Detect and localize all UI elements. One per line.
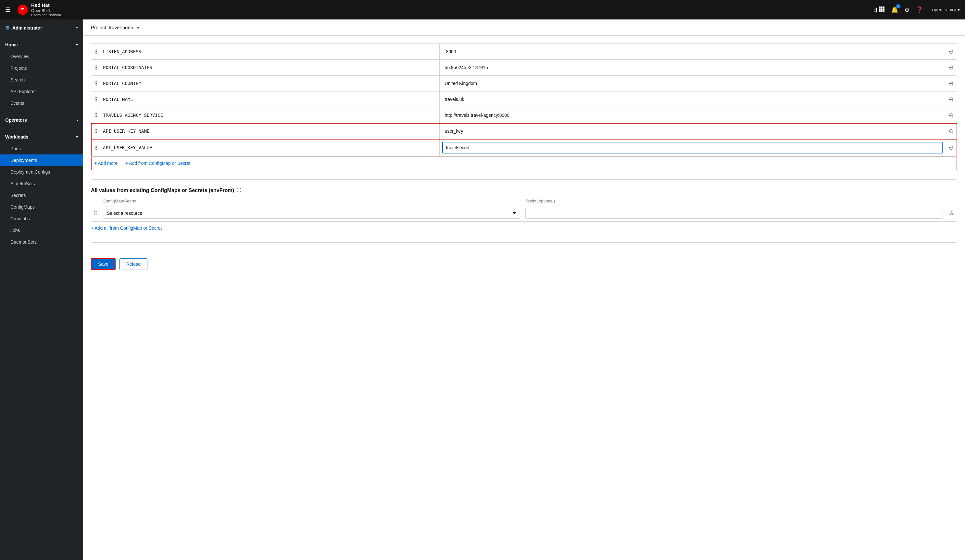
sidebar-section-workloads: Workloads ▾ Pods Deployments DeploymentC… [0, 129, 83, 250]
action-buttons-row: Save Reload [91, 250, 957, 270]
env-value-api-user-key-name: user_key [440, 123, 945, 139]
sidebar-group-operators[interactable]: Operators › [0, 114, 83, 126]
drag-handle-portal-coordinates[interactable] [91, 60, 100, 75]
sidebar-item-projects[interactable]: Projects [0, 62, 83, 74]
drag-handle-listen-address[interactable] [91, 44, 100, 59]
add-more-button[interactable]: + Add more [94, 161, 118, 166]
add-more-row: + Add more + Add from ConfigMap or Secre… [91, 157, 957, 170]
env-row-api-user-key-name: API_USER_KEY_NAME user_key ⊖ [91, 123, 957, 139]
hamburger-menu-button[interactable]: ☰ [5, 6, 10, 13]
reload-button[interactable]: Reload [119, 258, 147, 270]
sidebar-overview-label: Overview [10, 54, 29, 59]
configmap-select-container[interactable]: Select a resource [100, 205, 523, 221]
sidebar-group-home[interactable]: Home ▾ [0, 39, 83, 51]
prefix-input[interactable] [525, 207, 943, 219]
sidebar-item-api-explorer[interactable]: API Explorer [0, 86, 83, 97]
svg-point-21 [96, 69, 97, 70]
env-value-portal-country: United Kingdom [440, 75, 945, 91]
sidebar-deploymentconfigs-label: DeploymentConfigs [10, 169, 50, 175]
remove-icon-portal-country[interactable]: ⊖ [949, 80, 954, 87]
svg-point-15 [96, 53, 97, 54]
user-menu-button[interactable]: opentlc-mgr ▾ [932, 7, 960, 12]
save-button[interactable]: Save [91, 258, 116, 270]
svg-point-49 [96, 147, 97, 148]
sidebar-home-arrow-icon: ▾ [76, 43, 78, 47]
sidebar-item-jobs[interactable]: Jobs [0, 225, 83, 236]
sidebar-item-secrets[interactable]: Secrets [0, 189, 83, 201]
sidebar-workloads-arrow-icon: ▾ [76, 135, 78, 139]
svg-point-33 [96, 101, 97, 101]
remove-icon-configmap[interactable]: ⊖ [949, 210, 954, 217]
svg-point-13 [96, 51, 97, 52]
svg-point-12 [95, 51, 96, 52]
cog-icon: ⚙ [5, 24, 10, 31]
env-remove-portal-coordinates: ⊖ [945, 60, 957, 75]
env-input-api-user-key-value[interactable] [442, 142, 942, 153]
svg-point-41 [96, 129, 97, 130]
svg-rect-8 [881, 10, 883, 12]
env-value-listen-address: :8000 [440, 44, 945, 59]
sidebar-section-home: Home ▾ Overview Projects Search API Expl… [0, 36, 83, 112]
sidebar-item-search[interactable]: Search [0, 74, 83, 86]
env-remove-api-user-key-value: ⊖ [945, 139, 957, 156]
env-row-portal-country: PORTAL_COUNTRY United Kingdom ⊖ [91, 75, 957, 91]
drag-handle-api-user-key-name[interactable] [91, 123, 100, 139]
navbar-icons: ∃ 🔔 2 ⊕ ❓ opentlc-mgr ▾ [873, 6, 960, 14]
role-selector[interactable]: ⚙ Administrator ▾ [0, 20, 83, 36]
env-row-listen-address: LISTEN_ADDRESS :8000 ⊖ [91, 44, 957, 60]
configmap-resource-row: Select a resource ⊖ [91, 205, 957, 222]
project-dropdown-button[interactable]: ▾ [137, 25, 139, 30]
sidebar-group-workloads[interactable]: Workloads ▾ [0, 131, 83, 143]
remove-icon-portal-coordinates[interactable]: ⊖ [949, 64, 954, 71]
sidebar-item-cronjobs[interactable]: CronJobs [0, 213, 83, 225]
drag-handle-api-user-key-value[interactable] [91, 139, 100, 156]
sidebar-item-daemonsets[interactable]: DaemonSets [0, 236, 83, 248]
svg-rect-1 [879, 7, 881, 8]
remove-icon-api-user-key-name[interactable]: ⊖ [949, 127, 954, 135]
sidebar-item-events[interactable]: Events [0, 97, 83, 109]
sidebar-item-configmaps[interactable]: ConfigMaps [0, 201, 83, 213]
col-header-prefix: Prefix (optional) [523, 199, 945, 203]
svg-point-48 [95, 147, 96, 148]
env-name-portal-country: PORTAL_COUNTRY [100, 75, 440, 91]
sidebar-item-deployments[interactable]: Deployments [0, 154, 83, 166]
svg-rect-7 [879, 10, 881, 12]
sidebar-secrets-label: Secrets [10, 193, 26, 198]
help-button[interactable]: ❓ [916, 6, 923, 13]
remove-icon-api-user-key-value[interactable]: ⊖ [949, 144, 954, 151]
svg-point-31 [96, 99, 97, 100]
drag-handle-portal-country[interactable] [91, 75, 100, 91]
notifications-count-badge: 2 [896, 4, 901, 8]
svg-point-17 [96, 65, 97, 67]
brand-subproduct: Container Platform [31, 13, 61, 17]
notifications-bell-button[interactable]: 🔔 2 [891, 6, 898, 13]
sidebar-item-statefulsets[interactable]: StatefulSets [0, 178, 83, 189]
sidebar-item-pods[interactable]: Pods [0, 143, 83, 154]
grid-icon-button[interactable]: ∃ [873, 6, 885, 14]
add-button[interactable]: ⊕ [904, 6, 909, 13]
prefix-input-container[interactable] [523, 205, 945, 221]
svg-rect-3 [883, 7, 885, 8]
redhat-logo-icon [17, 4, 29, 16]
drag-handle-travels-agency-service[interactable] [91, 108, 100, 123]
configmap-select-dropdown[interactable]: Select a resource [103, 207, 520, 219]
add-from-configmap-button[interactable]: + Add from ConfigMap or Secret [125, 161, 190, 166]
drag-handle-portal-name[interactable] [91, 91, 100, 107]
add-all-configmap-button[interactable]: + Add all from ConfigMap or Secret [91, 222, 162, 235]
sidebar-item-overview[interactable]: Overview [0, 51, 83, 62]
sidebar-configmaps-label: ConfigMaps [10, 204, 35, 210]
remove-icon-portal-name[interactable]: ⊖ [949, 96, 954, 103]
env-value-api-user-key-value[interactable] [440, 139, 945, 156]
brand-product: OpenShift [31, 8, 61, 13]
sidebar-home-label: Home [5, 42, 18, 47]
drag-handle-configmap[interactable] [91, 207, 100, 220]
sidebar-item-deploymentconfigs[interactable]: DeploymentConfigs [0, 166, 83, 178]
section-divider [91, 180, 957, 180]
svg-point-10 [95, 50, 96, 51]
add-all-label: + Add all from ConfigMap or Secret [91, 225, 162, 231]
remove-icon-travels-agency-service[interactable]: ⊖ [949, 112, 954, 119]
remove-icon-listen-address[interactable]: ⊖ [949, 48, 954, 55]
env-value-text-listen-address: :8000 [442, 46, 942, 57]
help-icon-envfrom[interactable]: ⓘ [237, 188, 241, 193]
svg-point-45 [96, 132, 97, 133]
